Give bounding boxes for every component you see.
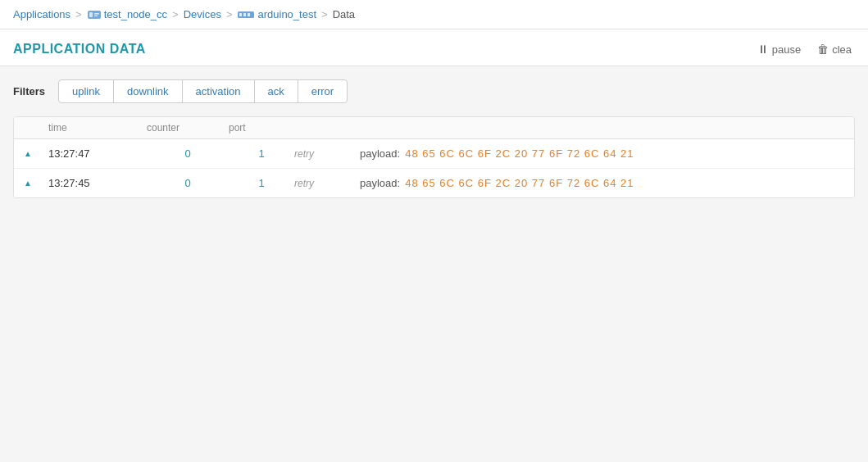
table-header: time counter port [14,117,854,139]
filter-tab-uplink[interactable]: uplink [59,80,114,102]
device-icon [237,9,255,20]
content-area: Filters uplink downlink activation ack e… [0,66,868,460]
col-expand-header [24,122,48,134]
breadcrumb-sep-3: > [226,8,233,20]
breadcrumb: Applications > test_node_cc > Devices > … [0,0,868,29]
clear-button[interactable]: 🗑 clea [814,41,855,57]
payload-area-1: payload: 48 65 6C 6C 6F 2C 20 77 6F 72 6… [360,147,844,160]
data-table: time counter port ▲ 13:27:47 0 1 retry p… [13,116,855,198]
pause-icon: ⏸ [757,43,769,56]
filters-label: Filters [13,85,45,97]
col-counter-header: counter [147,122,229,134]
expand-arrow-2[interactable]: ▲ [24,179,48,188]
port-value-2: 1 [229,177,294,189]
trash-icon: 🗑 [817,43,829,56]
filter-tab-ack[interactable]: ack [255,80,298,102]
table-row: ▲ 13:27:47 0 1 retry payload: 48 65 6C 6… [14,139,854,169]
counter-value-1: 0 [147,147,229,160]
expand-arrow-1[interactable]: ▲ [24,149,48,158]
filter-tabs: uplink downlink activation ack error [58,79,348,103]
table-row: ▲ 13:27:45 0 1 retry payload: 48 65 6C 6… [14,169,854,197]
breadcrumb-sep-2: > [172,8,179,20]
pause-button[interactable]: ⏸ pause [754,41,804,57]
counter-value-2: 0 [147,177,229,189]
breadcrumb-data: Data [333,8,355,20]
port-value-1: 1 [229,147,294,160]
breadcrumb-sep-4: > [321,8,328,20]
breadcrumb-applications[interactable]: Applications [13,8,70,20]
svg-rect-6 [243,13,246,16]
payload-area-2: payload: 48 65 6C 6C 6F 2C 20 77 6F 72 6… [360,177,844,189]
filter-tab-error[interactable]: error [298,80,347,102]
svg-rect-3 [94,15,98,16]
col-retry-header [294,122,360,134]
payload-label-2: payload: [360,177,400,189]
page-title: APPLICATION DATA [13,42,146,57]
svg-rect-2 [94,13,99,15]
pause-label: pause [772,43,801,56]
payload-bytes-2: 48 65 6C 6C 6F 2C 20 77 6F 72 6C 64 21 [405,177,634,189]
page-header: APPLICATION DATA ⏸ pause 🗑 clea [0,29,868,66]
payload-bytes-1: 48 65 6C 6C 6F 2C 20 77 6F 72 6C 64 21 [405,147,634,160]
filters-row: Filters uplink downlink activation ack e… [13,79,855,103]
breadcrumb-test-node-cc[interactable]: test_node_cc [104,8,167,20]
breadcrumb-sep-1: > [75,8,82,20]
clear-label: clea [832,43,852,56]
svg-rect-5 [239,13,242,16]
node-icon [87,9,102,20]
retry-value-1: retry [294,148,360,160]
retry-value-2: retry [294,178,360,189]
payload-label-1: payload: [360,147,400,160]
col-port-header: port [229,122,294,134]
svg-rect-1 [89,12,93,17]
time-value-2: 13:27:45 [48,177,147,189]
filter-tab-downlink[interactable]: downlink [114,80,183,102]
filter-tab-activation[interactable]: activation [183,80,255,102]
col-time-header: time [48,122,147,134]
time-value-1: 13:27:47 [48,147,147,160]
breadcrumb-devices[interactable]: Devices [184,8,221,20]
breadcrumb-arduino-test[interactable]: arduino_test [257,8,316,20]
col-payload-header [360,122,844,134]
svg-rect-7 [248,13,250,16]
header-actions: ⏸ pause 🗑 clea [754,41,855,57]
